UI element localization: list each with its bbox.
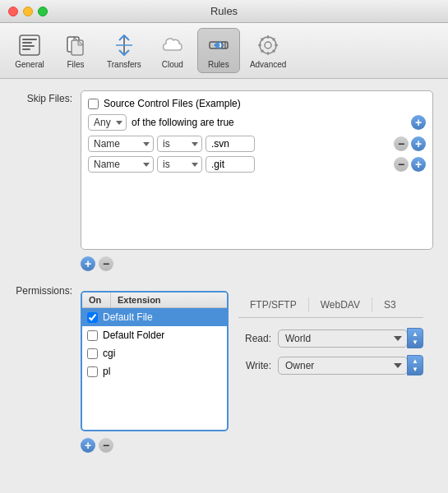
rules-label: Rules — [208, 60, 229, 69]
cloud-icon — [159, 32, 186, 58]
rule2-remove-button[interactable]: − — [394, 157, 409, 172]
rule2-operator-select[interactable]: is — [157, 156, 202, 173]
read-stepper-up-icon: ▲ — [412, 330, 418, 339]
write-select[interactable]: Owner None Group World — [278, 357, 408, 375]
perms-item-label-2: cgi — [103, 348, 115, 359]
col-extension: Extension — [111, 293, 168, 307]
toolbar-item-general[interactable]: General — [8, 29, 51, 72]
add-filter-button[interactable]: + — [411, 115, 426, 130]
files-label: Files — [67, 60, 84, 69]
blank-area — [88, 177, 426, 242]
skip-files-bottom-toolbar: + − — [81, 256, 433, 271]
write-row: Write: Owner None Group World ▲ ▼ — [238, 355, 423, 376]
source-control-row: Source Control Files (Example) — [88, 98, 426, 109]
permissions-label: Permissions: — [15, 283, 81, 297]
rule1-actions: − + — [394, 136, 426, 151]
perms-remove-button[interactable]: − — [99, 438, 113, 453]
perms-checkbox-1[interactable] — [87, 330, 98, 341]
permissions-content: On Extension Default File Default Folder — [81, 283, 433, 453]
toolbar-item-cloud[interactable]: Cloud — [151, 29, 194, 72]
perms-item-label-3: pl — [103, 366, 110, 377]
read-row: Read: World None Owner Group ▲ ▼ — [238, 328, 423, 348]
main-content: Skip Files: Source Control Files (Exampl… — [0, 79, 448, 493]
permissions-list-box: On Extension Default File Default Folder — [81, 291, 229, 431]
svg-rect-1 — [22, 39, 37, 40]
filter-bar: Any of the following are true + — [88, 114, 426, 131]
cloud-label: Cloud — [162, 60, 183, 69]
skip-files-content: Source Control Files (Example) Any of th… — [81, 90, 433, 271]
permissions-bottom-toolbar: + − — [81, 438, 113, 453]
svg-rect-3 — [22, 45, 35, 47]
perms-add-button[interactable]: + — [81, 438, 95, 453]
skip-files-label: Skip Files: — [15, 90, 81, 104]
rule2-actions: − + — [394, 157, 426, 172]
write-label: Write: — [238, 360, 271, 371]
files-icon — [62, 32, 89, 58]
rule1-field-select[interactable]: Name — [88, 136, 154, 152]
permissions-tabs: FTP/SFTP WebDAV S3 — [238, 297, 423, 318]
advanced-icon — [255, 32, 281, 58]
rule1-value-input[interactable] — [206, 136, 255, 152]
tab-s3[interactable]: S3 — [372, 297, 408, 312]
perms-list-item-0[interactable]: Default File — [82, 308, 227, 326]
maximize-button[interactable] — [38, 7, 48, 16]
tab-webdav[interactable]: WebDAV — [309, 297, 372, 312]
rule1-add-button[interactable]: + — [411, 136, 426, 151]
toolbar-item-rules[interactable]: Rules — [197, 28, 240, 73]
window-title: Rules — [210, 5, 238, 17]
toolbar: General Files Transfers — [0, 23, 448, 79]
col-on: On — [82, 293, 111, 307]
write-stepper-down-icon: ▼ — [412, 366, 418, 374]
general-label: General — [15, 60, 44, 69]
permissions-right: FTP/SFTP WebDAV S3 Read: World None Owne… — [229, 291, 433, 453]
transfers-label: Transfers — [107, 60, 141, 69]
transfers-icon — [111, 32, 137, 58]
skip-files-add-button[interactable]: + — [81, 256, 95, 271]
perms-list-item-2[interactable]: cgi — [82, 344, 227, 362]
rule2-field-select[interactable]: Name — [88, 156, 154, 173]
read-select[interactable]: World None Owner Group — [278, 329, 408, 348]
filter-text: of the following are true — [132, 117, 234, 128]
source-control-label: Source Control Files (Example) — [104, 98, 241, 109]
permissions-list-header: On Extension — [82, 293, 227, 308]
rule2-value-input[interactable] — [206, 156, 255, 173]
advanced-label: Advanced — [250, 60, 286, 69]
skip-files-remove-button[interactable]: − — [99, 256, 113, 271]
minimize-button[interactable] — [23, 7, 33, 16]
window-controls — [8, 7, 48, 16]
any-select[interactable]: Any — [88, 114, 127, 131]
svg-point-9 — [265, 42, 271, 48]
permissions-container: On Extension Default File Default Folder — [81, 291, 433, 453]
write-stepper[interactable]: ▲ ▼ — [407, 355, 423, 376]
permissions-section: Permissions: On Extension Default File — [15, 283, 433, 453]
rules-icon — [206, 32, 232, 58]
toolbar-item-transfers[interactable]: Transfers — [100, 29, 148, 72]
perms-item-label-1: Default Folder — [103, 329, 164, 341]
read-stepper-down-icon: ▼ — [412, 339, 418, 347]
perms-item-label-0: Default File — [103, 311, 153, 323]
read-stepper[interactable]: ▲ ▼ — [407, 328, 423, 348]
rule2-add-button[interactable]: + — [411, 157, 426, 172]
perms-list-item-3[interactable]: pl — [82, 362, 227, 380]
rule-row-2: Name is − + — [88, 156, 426, 173]
rule1-remove-button[interactable]: − — [394, 136, 409, 151]
svg-rect-6 — [72, 40, 83, 55]
titlebar: Rules — [0, 0, 448, 23]
rule1-operator-select[interactable]: is — [157, 136, 202, 152]
perms-checkbox-0[interactable] — [87, 312, 98, 323]
skip-files-section: Skip Files: Source Control Files (Exampl… — [15, 90, 433, 271]
general-icon — [16, 32, 43, 58]
svg-rect-4 — [22, 48, 30, 50]
close-button[interactable] — [8, 7, 18, 16]
tab-ftp-sftp[interactable]: FTP/SFTP — [238, 297, 309, 312]
perms-checkbox-2[interactable] — [87, 348, 98, 359]
toolbar-item-files[interactable]: Files — [54, 29, 97, 72]
perms-checkbox-3[interactable] — [87, 366, 98, 377]
write-stepper-up-icon: ▲ — [412, 357, 418, 366]
perms-list-item-1[interactable]: Default Folder — [82, 326, 227, 344]
skip-files-panel: Source Control Files (Example) Any of th… — [81, 90, 433, 250]
svg-rect-2 — [22, 42, 32, 44]
toolbar-item-advanced[interactable]: Advanced — [243, 29, 293, 72]
read-label: Read: — [238, 333, 271, 344]
source-control-checkbox[interactable] — [88, 99, 99, 109]
